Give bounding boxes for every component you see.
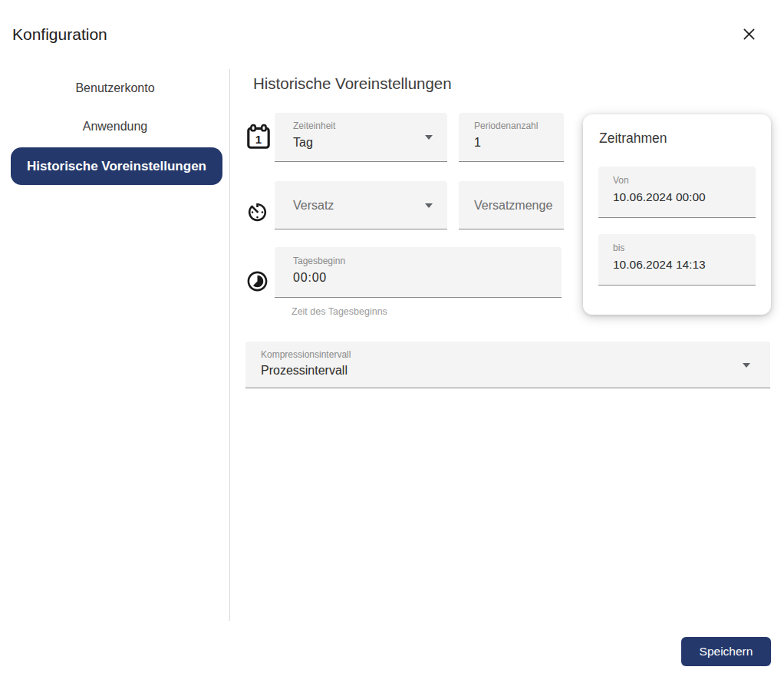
timer-icon bbox=[245, 200, 269, 227]
periodenanzahl-input[interactable]: Periodenanzahl 1 bbox=[459, 113, 564, 162]
day-start-icon bbox=[245, 269, 269, 296]
page-title: Historische Voreinstellungen bbox=[253, 74, 452, 93]
zeiteinheit-select[interactable]: Zeiteinheit Tag bbox=[275, 113, 447, 162]
versatz-select[interactable]: Versatz bbox=[275, 181, 447, 229]
svg-text:1: 1 bbox=[255, 133, 262, 146]
periodenanzahl-value: 1 bbox=[474, 136, 481, 150]
dialog-title: Konfiguration bbox=[12, 25, 107, 44]
zeitrahmen-card: Zeitrahmen Von 10.06.2024 00:00 bis 10.0… bbox=[583, 114, 771, 315]
sidebar-item-anwendung[interactable]: Anwendung bbox=[0, 120, 230, 134]
sidebar-item-historische-voreinstellungen[interactable]: Historische Voreinstellungen bbox=[11, 147, 222, 185]
chevron-down-icon bbox=[425, 203, 433, 208]
sidebar-divider bbox=[229, 69, 230, 621]
versatzmenge-input[interactable]: Versatzmenge bbox=[459, 181, 564, 229]
von-label: Von bbox=[613, 175, 629, 186]
tagesbeginn-value: 00:00 bbox=[293, 271, 327, 285]
tagesbeginn-label: Tagesbeginn bbox=[293, 256, 345, 266]
kompressionsintervall-select[interactable]: Kompressionsintervall Prozessintervall bbox=[245, 342, 770, 388]
bis-value: 10.06.2024 14:13 bbox=[613, 258, 706, 272]
versatz-label: Versatz bbox=[293, 199, 334, 213]
versatzmenge-label: Versatzmenge bbox=[474, 199, 552, 213]
zeiteinheit-label: Zeiteinheit bbox=[293, 120, 335, 131]
zeiteinheit-value: Tag bbox=[293, 136, 313, 150]
close-icon bbox=[741, 26, 757, 42]
von-value: 10.06.2024 00:00 bbox=[613, 190, 706, 204]
periodenanzahl-label: Periodenanzahl bbox=[474, 120, 538, 131]
close-button[interactable] bbox=[736, 21, 761, 46]
bis-label: bis bbox=[613, 243, 624, 253]
save-button[interactable]: Speichern bbox=[681, 637, 771, 666]
kompressionsintervall-value: Prozessintervall bbox=[261, 364, 348, 378]
configuration-dialog: Konfiguration Benutzerkonto Anwendung Hi… bbox=[0, 0, 784, 680]
tagesbeginn-helper-text: Zeit des Tagesbeginns bbox=[292, 306, 387, 317]
zeitrahmen-title: Zeitrahmen bbox=[599, 130, 667, 147]
sidebar-item-benutzerkonto[interactable]: Benutzerkonto bbox=[0, 81, 230, 95]
von-datetime-input[interactable]: Von 10.06.2024 00:00 bbox=[598, 167, 756, 218]
tagesbeginn-input[interactable]: Tagesbeginn 00:00 bbox=[275, 247, 562, 298]
kompressionsintervall-label: Kompressionsintervall bbox=[261, 349, 351, 360]
chevron-down-icon bbox=[425, 135, 433, 140]
sidebar-selected-label: Historische Voreinstellungen bbox=[27, 159, 206, 174]
bis-datetime-input[interactable]: bis 10.06.2024 14:13 bbox=[598, 234, 756, 286]
calendar-1-icon: 1 bbox=[245, 123, 272, 155]
chevron-down-icon bbox=[743, 363, 750, 368]
